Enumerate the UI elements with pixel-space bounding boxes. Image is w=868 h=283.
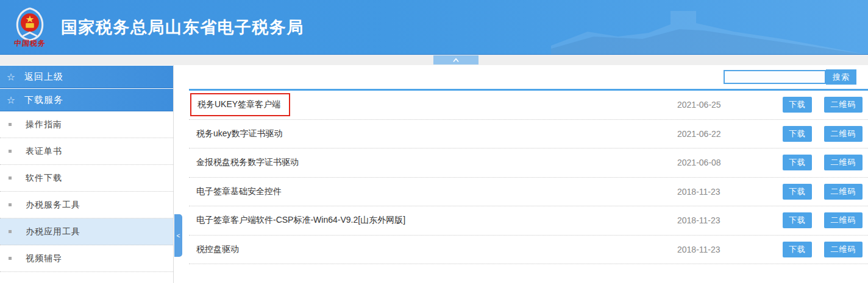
file-name-link[interactable]: 金报税盘税务数字证书驱动 [196, 157, 299, 168]
sidebar-item-label: 办税应用工具 [26, 226, 80, 237]
search-bar: 搜索 [189, 65, 868, 89]
table-row: 税控盘驱动 2018-11-23 下载 二维码 [189, 236, 868, 265]
page-title: 国家税务总局山东省电子税务局 [61, 16, 304, 38]
file-name-box: 税务ukey数字证书驱动 [189, 128, 283, 139]
bullet-icon [9, 203, 12, 206]
bullet-icon [9, 176, 12, 180]
content-panel: 搜索 税务UKEY签章客户端 2021-06-25 下载 二维码 税务ukey数… [189, 65, 868, 283]
table-row: 税务UKEY签章客户端 2021-06-25 下载 二维码 [189, 91, 868, 120]
qrcode-button[interactable]: 二维码 [824, 184, 863, 200]
file-date: 2018-11-23 [677, 187, 725, 197]
download-button[interactable]: 下载 [783, 242, 812, 257]
file-date: 2021-06-08 [677, 158, 725, 167]
bullet-icon [9, 230, 12, 233]
qrcode-button[interactable]: 二维码 [824, 212, 863, 228]
file-name-box: 金报税盘税务数字证书驱动 [189, 157, 299, 168]
sidebar: ☆ 返回上级 ☆ 下载服务 操作指南 表证单书 软件下载 办税服务工具 办税应用… [0, 65, 174, 283]
sidebar-item-label: 表证单书 [26, 146, 62, 157]
sidebar-item-label: 办税服务工具 [26, 200, 80, 211]
download-button[interactable]: 下载 [783, 155, 812, 170]
sidebar-item-return-up[interactable]: ☆ 返回上级 [0, 66, 173, 88]
qrcode-button[interactable]: 二维码 [824, 97, 863, 113]
bullet-icon [9, 150, 12, 153]
qrcode-button[interactable]: 二维码 [824, 126, 863, 142]
sidebar-sub-menu: 操作指南 表证单书 软件下载 办税服务工具 办税应用工具 视频辅导 [0, 111, 173, 272]
sidebar-item-download-services[interactable]: ☆ 下载服务 [0, 89, 173, 111]
sidebar-item-label: 操作指南 [26, 119, 62, 130]
sidebar-sub-item[interactable]: 办税应用工具 [0, 218, 173, 245]
file-date: 2018-11-23 [677, 215, 725, 225]
sidebar-sub-item[interactable]: 办税服务工具 [0, 192, 173, 218]
sidebar-sub-item[interactable]: 视频辅导 [0, 245, 173, 272]
search-input[interactable] [724, 70, 826, 84]
sidebar-item-label: 返回上级 [24, 71, 63, 83]
sidebar-item-label: 下载服务 [24, 94, 63, 106]
sidebar-sub-item[interactable]: 表证单书 [0, 138, 173, 165]
file-date: 2021-06-25 [677, 100, 725, 110]
sidebar-item-label: 视频辅导 [26, 253, 62, 264]
table-row: 电子签章客户端软件-CSP标准-Win64-V9.2[山东外网版] 2018-1… [189, 206, 868, 236]
table-row: 税务ukey数字证书驱动 2021-06-22 下载 二维码 [189, 120, 868, 149]
file-date: 2018-11-23 [677, 245, 725, 254]
download-list: 税务UKEY签章客户端 2021-06-25 下载 二维码 税务ukey数字证书… [189, 89, 868, 264]
qrcode-button[interactable]: 二维码 [824, 242, 863, 257]
collapse-panel-button[interactable] [433, 55, 478, 65]
file-name-box: 税控盘驱动 [189, 244, 239, 255]
subheader-strip [0, 55, 868, 65]
table-row: 电子签章基础安全控件 2018-11-23 下载 二维码 [189, 178, 868, 207]
download-button[interactable]: 下载 [783, 97, 812, 113]
star-icon: ☆ [6, 71, 16, 83]
chevron-up-icon [452, 58, 460, 63]
qrcode-button[interactable]: 二维码 [824, 155, 863, 170]
file-name-box: 电子签章客户端软件-CSP标准-Win64-V9.2[山东外网版] [189, 215, 405, 226]
file-name-link[interactable]: 电子签章基础安全控件 [196, 186, 282, 197]
logo-caption: 中国税务 [13, 38, 46, 49]
header: 中国税务 国家税务总局山东省电子税务局 [0, 0, 868, 55]
file-name-link[interactable]: 电子签章客户端软件-CSP标准-Win64-V9.2[山东外网版] [196, 215, 405, 226]
sidebar-sub-item[interactable]: 操作指南 [0, 111, 173, 138]
file-date: 2021-06-22 [677, 129, 725, 139]
download-button[interactable]: 下载 [783, 184, 812, 200]
tax-emblem-icon [12, 5, 48, 41]
file-name-link[interactable]: 税务ukey数字证书驱动 [196, 128, 283, 139]
table-row: 金报税盘税务数字证书驱动 2021-06-08 下载 二维码 [189, 148, 868, 178]
file-name-link[interactable]: 税控盘驱动 [196, 244, 239, 255]
file-name-link[interactable]: 税务UKEY签章客户端 [197, 99, 280, 110]
bullet-icon [9, 123, 12, 126]
sidebar-sub-item[interactable]: 软件下载 [0, 165, 173, 192]
great-wall-decoration [551, 0, 868, 55]
download-button[interactable]: 下载 [783, 126, 812, 142]
file-name-box: 税务UKEY签章客户端 [190, 93, 290, 116]
tax-bureau-logo: 中国税务 [9, 5, 51, 49]
sidebar-collapse-handle[interactable]: < [174, 214, 182, 257]
download-button[interactable]: 下载 [783, 212, 812, 228]
file-name-box: 电子签章基础安全控件 [189, 186, 282, 197]
search-button[interactable]: 搜索 [826, 69, 856, 85]
star-icon: ☆ [6, 94, 16, 106]
bullet-icon [9, 257, 12, 260]
sidebar-item-label: 软件下载 [26, 173, 62, 184]
